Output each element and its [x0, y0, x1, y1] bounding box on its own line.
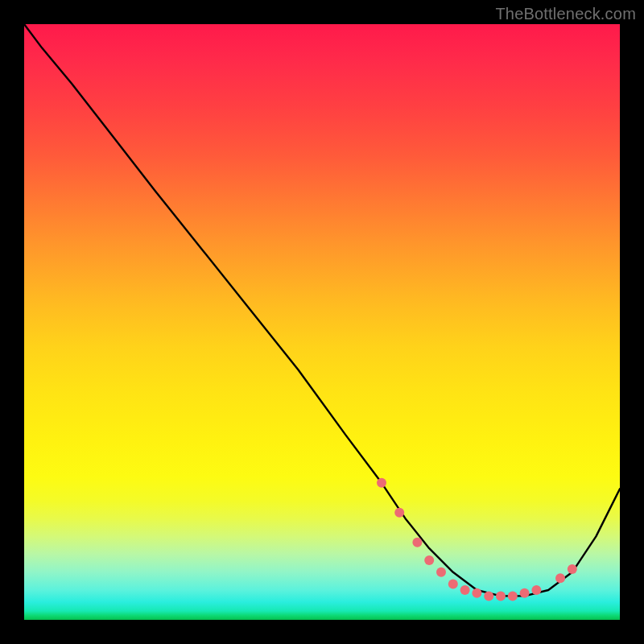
curve-marker	[531, 585, 541, 595]
curve-marker	[520, 588, 530, 598]
chart-svg	[24, 24, 620, 620]
curve-marker	[377, 478, 386, 488]
curve-marker	[484, 591, 493, 601]
curve-marker	[436, 568, 446, 577]
curve-markers	[377, 478, 577, 601]
curve-marker	[412, 538, 422, 547]
curve-marker	[555, 573, 565, 583]
curve-marker	[460, 585, 470, 595]
curve-marker	[448, 580, 458, 589]
curve-marker	[394, 508, 404, 518]
curve-marker	[568, 564, 577, 574]
curve-marker	[496, 591, 506, 601]
chart-frame: TheBottleneck.com	[0, 0, 644, 644]
plot-area	[24, 24, 620, 620]
watermark-text: TheBottleneck.com	[495, 5, 636, 23]
curve-marker	[508, 591, 518, 601]
curve-marker	[472, 588, 481, 598]
curve-marker	[424, 555, 434, 565]
bottleneck-curve	[24, 24, 620, 596]
